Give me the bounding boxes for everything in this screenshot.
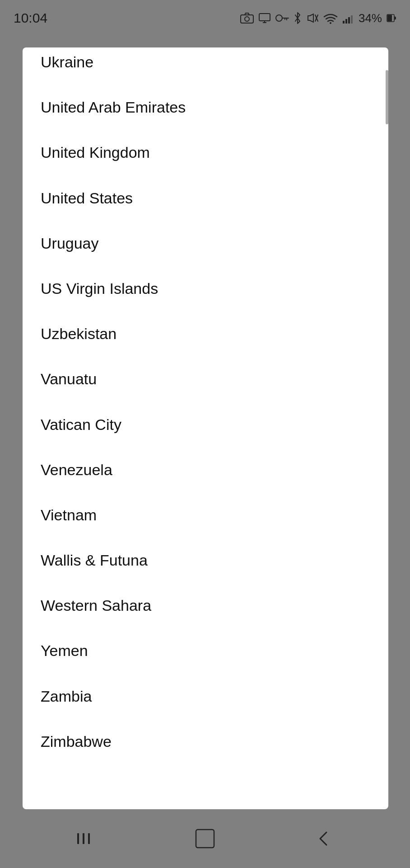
home-button[interactable] [187, 821, 223, 857]
svg-point-6 [330, 22, 331, 24]
list-item[interactable]: Venezuela [23, 447, 388, 492]
list-item[interactable]: Vanuatu [23, 356, 388, 401]
status-icons: 34% [240, 11, 396, 25]
battery-indicator: 34% [359, 11, 382, 25]
svg-point-1 [245, 17, 249, 21]
bluetooth-icon [294, 12, 302, 24]
svg-rect-14 [83, 833, 84, 844]
list-item[interactable]: US Virgin Islands [23, 266, 388, 311]
scrollbar[interactable] [384, 47, 388, 809]
scrollbar-thumb[interactable] [386, 70, 388, 124]
list-item[interactable]: Wallis & Futuna [23, 538, 388, 583]
list-item[interactable]: Zimbabwe [23, 719, 388, 764]
key-icon [275, 14, 289, 23]
country-list: Ukraine United Arab Emirates United King… [23, 47, 388, 764]
svg-rect-0 [241, 15, 253, 23]
list-item[interactable]: Yemen [23, 628, 388, 673]
wifi-icon [323, 12, 338, 24]
list-item[interactable]: Vietnam [23, 492, 388, 538]
back-button[interactable] [306, 821, 342, 857]
svg-rect-9 [348, 17, 350, 24]
list-item[interactable]: Uzbekistan [23, 311, 388, 356]
list-item[interactable]: Uruguay [23, 221, 388, 266]
nav-bar [0, 809, 410, 868]
svg-point-3 [276, 15, 282, 21]
status-bar: 10:04 [0, 0, 410, 36]
list-item[interactable]: Vatican City [23, 402, 388, 447]
list-item[interactable]: Zambia [23, 674, 388, 719]
svg-rect-13 [77, 833, 79, 844]
svg-rect-16 [196, 830, 214, 848]
status-time: 10:04 [14, 10, 47, 26]
list-item[interactable]: United Arab Emirates [23, 85, 388, 130]
svg-rect-2 [259, 14, 270, 21]
list-item[interactable]: Ukraine [23, 47, 388, 85]
screenrecord-icon [258, 13, 271, 24]
svg-rect-10 [351, 15, 353, 24]
list-item[interactable]: United Kingdom [23, 130, 388, 175]
list-item[interactable]: Western Sahara [23, 583, 388, 628]
recent-apps-button[interactable] [68, 821, 104, 857]
signal-icon [342, 13, 354, 24]
svg-rect-15 [88, 833, 90, 844]
svg-rect-12 [387, 15, 392, 21]
camera-icon [240, 13, 254, 24]
battery-icon [387, 13, 396, 23]
mute-icon [306, 12, 319, 24]
svg-rect-8 [345, 19, 347, 24]
country-list-panel[interactable]: Ukraine United Arab Emirates United King… [23, 47, 388, 809]
list-item[interactable]: United States [23, 175, 388, 221]
svg-rect-7 [343, 21, 345, 24]
